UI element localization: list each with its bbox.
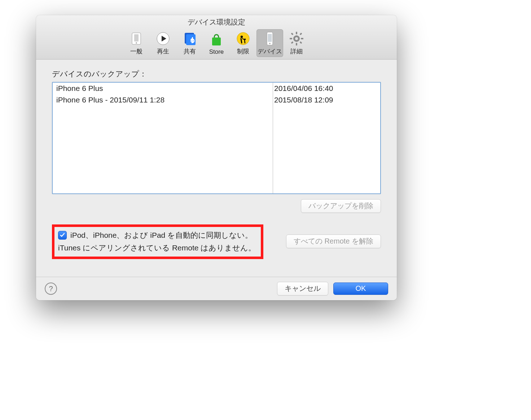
backups-label: デバイスのバックアップ： <box>52 69 381 79</box>
svg-rect-1 <box>134 34 139 41</box>
playback-icon <box>155 31 171 47</box>
svg-point-16 <box>295 37 298 40</box>
no-auto-sync-checkbox[interactable] <box>58 231 67 240</box>
toolbar: 一般 再生 <box>36 29 397 59</box>
tab-playback[interactable]: 再生 <box>150 29 176 57</box>
table-row[interactable]: iPhone 6 Plus 2016/04/06 16:40 <box>53 83 380 94</box>
tab-label: 再生 <box>157 47 169 56</box>
ok-button[interactable]: OK <box>333 283 388 295</box>
delete-backup-button[interactable]: バックアップを削除 <box>301 199 381 213</box>
svg-rect-24 <box>291 41 293 44</box>
column-separator <box>273 83 273 193</box>
svg-point-2 <box>136 42 137 44</box>
tab-label: 制限 <box>237 47 249 56</box>
svg-rect-23 <box>299 32 302 35</box>
sharing-icon <box>182 31 198 47</box>
svg-rect-18 <box>296 43 297 45</box>
backup-list[interactable]: iPhone 6 Plus 2016/04/06 16:40 iPhone 6 … <box>52 82 381 194</box>
svg-point-14 <box>269 43 271 44</box>
svg-rect-7 <box>192 37 193 42</box>
svg-rect-13 <box>268 34 272 42</box>
highlight-annotation: iPod、iPhone、および iPad を自動的に同期しない。 iTunes … <box>52 224 263 259</box>
window-title: デバイス環境設定 <box>36 17 397 27</box>
remove-all-remotes-button[interactable]: すべての Remote を解除 <box>286 235 381 248</box>
tab-label: デバイス <box>258 47 282 56</box>
tab-label: 一般 <box>130 47 142 56</box>
tab-label: 共有 <box>184 47 196 56</box>
cancel-button[interactable]: キャンセル <box>277 282 328 296</box>
preferences-window: デバイス環境設定 一般 <box>36 15 397 300</box>
tab-sharing[interactable]: 共有 <box>176 29 203 57</box>
tab-devices[interactable]: デバイス <box>256 29 283 57</box>
tab-label: Store <box>209 48 224 56</box>
remote-pairing-note: iTunes にペアリングされている Remote はありません。 <box>58 243 256 253</box>
backup-date: 2015/08/18 12:09 <box>269 94 377 106</box>
svg-rect-20 <box>301 38 303 39</box>
parental-icon <box>235 31 251 47</box>
no-auto-sync-label: iPod、iPhone、および iPad を自動的に同期しない。 <box>70 230 253 241</box>
tab-label: 詳細 <box>290 47 303 56</box>
tab-parental[interactable]: 制限 <box>230 29 256 57</box>
store-icon <box>209 32 224 48</box>
svg-rect-21 <box>291 32 293 35</box>
tab-store[interactable]: Store <box>203 30 230 57</box>
backup-date: 2016/04/06 16:40 <box>269 83 377 94</box>
backup-name: iPhone 6 Plus - 2015/09/11 1:28 <box>56 94 269 106</box>
table-row[interactable]: iPhone 6 Plus - 2015/09/11 1:28 2015/08/… <box>53 94 380 106</box>
footer: ? キャンセル OK <box>36 277 397 300</box>
devices-icon <box>262 31 278 47</box>
advanced-icon <box>289 31 304 47</box>
svg-rect-17 <box>296 32 297 34</box>
backup-name: iPhone 6 Plus <box>56 83 269 94</box>
svg-rect-22 <box>299 41 302 44</box>
svg-rect-19 <box>290 38 292 39</box>
titlebar: デバイス環境設定 一般 <box>36 15 397 60</box>
tab-advanced[interactable]: 詳細 <box>283 29 310 57</box>
content: デバイスのバックアップ： iPhone 6 Plus 2016/04/06 16… <box>36 60 397 259</box>
general-icon <box>128 31 144 47</box>
tab-general[interactable]: 一般 <box>123 29 150 57</box>
svg-rect-8 <box>212 38 221 45</box>
help-button[interactable]: ? <box>45 283 57 295</box>
svg-point-10 <box>241 36 243 38</box>
